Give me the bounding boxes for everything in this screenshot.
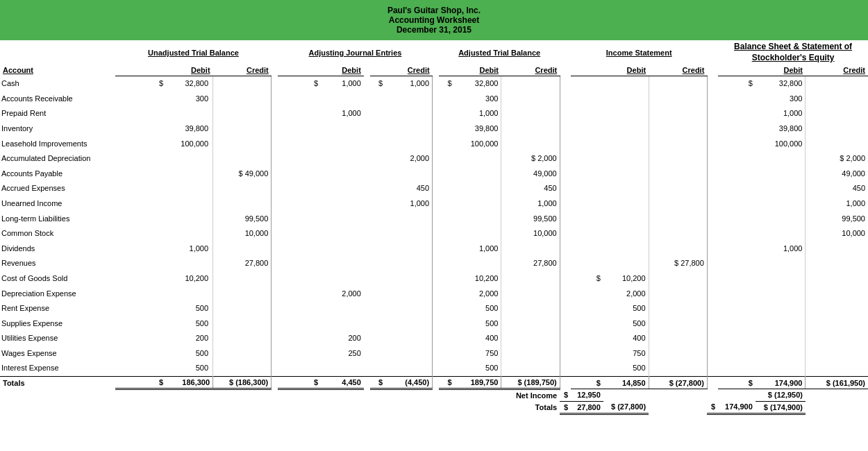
bs-d-sign xyxy=(718,226,756,241)
aj-d-sign xyxy=(278,241,321,257)
is-d-sign xyxy=(571,331,603,346)
atb-d-sign xyxy=(439,212,454,227)
is-c-val xyxy=(649,76,707,92)
atb-d-num xyxy=(455,256,501,271)
aj-d-num xyxy=(321,271,364,287)
title-line1: Paul's Guitar Shop, Inc. xyxy=(3,6,865,15)
final-totals-bs-d-sign: $ xyxy=(707,401,718,414)
bs-d-num xyxy=(756,301,806,316)
col-aj-credit: Credit xyxy=(370,65,433,76)
utb-d-sign xyxy=(115,196,166,212)
data-row: Accounts Receivable 300 300 300 xyxy=(0,92,868,107)
col-is-debit: Debit xyxy=(571,65,649,76)
is-d-sign xyxy=(571,256,603,271)
totals-bs-debit: 174,900 xyxy=(756,377,806,389)
totals-utb-d-sign: $ xyxy=(115,377,166,389)
bs-d-num: 39,800 xyxy=(756,121,806,137)
atb-d-num xyxy=(455,212,501,227)
utb-d-sign xyxy=(115,361,166,376)
utb-c-val xyxy=(213,346,272,361)
bs-d-num xyxy=(756,181,806,196)
utb-d-num: 500 xyxy=(166,361,212,376)
bs-c-val xyxy=(806,76,868,92)
atb-d-sign xyxy=(439,196,454,212)
net-income-row: Net Income $ 12,950 $ (12,950) xyxy=(0,389,868,402)
atb-c-val: $ 2,000 xyxy=(501,151,560,167)
aj-d-num xyxy=(321,137,364,152)
aj-c-num xyxy=(385,167,432,182)
aj-c-num xyxy=(385,316,432,332)
account-name: Accrued Expenses xyxy=(0,181,115,196)
is-d-num: 400 xyxy=(603,331,649,346)
totals-aj-debit: 4,450 xyxy=(321,377,364,389)
is-c-val xyxy=(649,196,707,212)
utb-c-val: $ 49,000 xyxy=(213,167,272,182)
aj-c-sign xyxy=(370,287,385,302)
totals-aj-d-sign: $ xyxy=(278,377,321,389)
utb-d-num: 32,800 xyxy=(166,76,212,92)
aj-c-sign xyxy=(370,212,385,227)
aj-d-num: 2,000 xyxy=(321,287,364,302)
aj-c-num: 1,000 xyxy=(385,196,432,212)
bs-d-num: 300 xyxy=(756,92,806,107)
atb-d-sign xyxy=(439,121,454,137)
col-bs-credit: Credit xyxy=(806,65,868,76)
is-c-val: $ 27,800 xyxy=(649,256,707,271)
utb-d-sign xyxy=(115,316,166,332)
bs-d-num xyxy=(756,196,806,212)
final-totals-bs-credit: $ (174,900) xyxy=(756,401,806,414)
atb-d-num: 1,000 xyxy=(455,106,501,121)
atb-d-sign xyxy=(439,151,454,167)
is-d-num xyxy=(603,196,649,212)
aj-c-num xyxy=(385,212,432,227)
data-row: Accrued Expenses 450 450 450 xyxy=(0,181,868,196)
aj-d-num: 250 xyxy=(321,346,364,361)
atb-c-val xyxy=(501,287,560,302)
atb-d-num xyxy=(455,181,501,196)
aj-c-sign xyxy=(370,137,385,152)
is-d-sign xyxy=(571,361,603,376)
bs-d-sign xyxy=(718,301,756,316)
aj-c-num: 1,000 xyxy=(385,76,432,92)
aj-c-sign xyxy=(370,196,385,212)
is-d-num: 500 xyxy=(603,361,649,376)
is-c-val xyxy=(649,316,707,332)
atb-d-sign: $ xyxy=(439,76,454,92)
atb-c-val xyxy=(501,241,560,257)
is-c-val xyxy=(649,271,707,287)
data-row: Long-term Liabilities 99,500 99,500 99,5… xyxy=(0,212,868,227)
utb-c-val xyxy=(213,76,272,92)
utb-c-val xyxy=(213,316,272,332)
utb-d-sign xyxy=(115,106,166,121)
col-is-credit: Credit xyxy=(649,65,707,76)
is-d-sign xyxy=(571,151,603,167)
totals-is-debit: 14,850 xyxy=(603,377,649,389)
utb-d-sign xyxy=(115,287,166,302)
is-d-sign xyxy=(571,241,603,257)
bs-d-num: 100,000 xyxy=(756,137,806,152)
utb-d-num: 200 xyxy=(166,331,212,346)
is-d-sign xyxy=(571,106,603,121)
net-income-label: Net Income xyxy=(385,389,560,402)
is-d-sign xyxy=(571,301,603,316)
is-c-val xyxy=(649,346,707,361)
account-name: Wages Expense xyxy=(0,346,115,361)
net-income-is-d-sign: $ xyxy=(560,389,571,402)
is-d-num: 2,000 xyxy=(603,287,649,302)
atb-c-val xyxy=(501,331,560,346)
aj-c-sign xyxy=(370,241,385,257)
aj-d-sign xyxy=(278,181,321,196)
is-d-num xyxy=(603,151,649,167)
is-c-val xyxy=(649,151,707,167)
utb-c-val xyxy=(213,181,272,196)
data-row: Rent Expense 500 500 500 xyxy=(0,301,868,316)
aj-c-num xyxy=(385,256,432,271)
bs-c-val: 1,000 xyxy=(806,196,868,212)
totals-is-credit: $ (27,800) xyxy=(649,377,707,389)
totals-aj-credit: (4,450) xyxy=(385,377,432,389)
aj-d-sign xyxy=(278,361,321,376)
final-totals-is-debit: 27,800 xyxy=(571,401,603,414)
utb-c-val xyxy=(213,301,272,316)
utb-d-sign xyxy=(115,226,166,241)
is-d-sign: $ xyxy=(571,271,603,287)
